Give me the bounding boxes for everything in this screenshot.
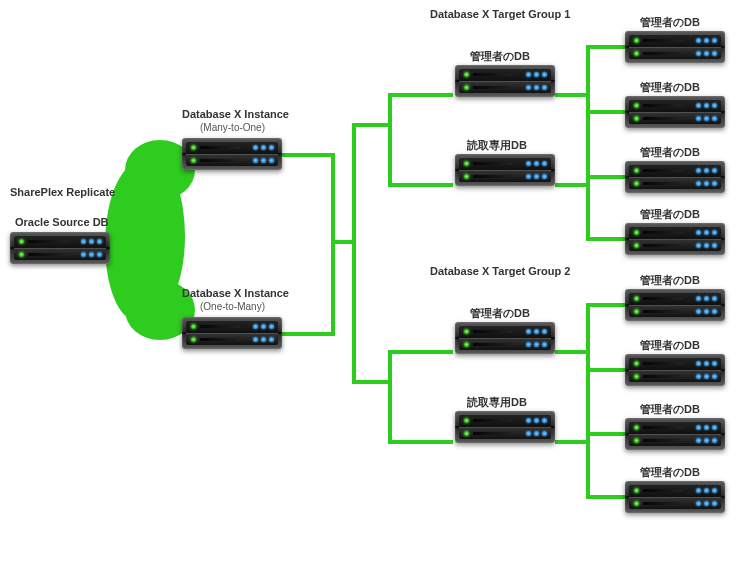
server-replica-3 — [625, 223, 725, 255]
connector — [555, 183, 590, 187]
connector — [555, 440, 590, 444]
server-replica-5 — [625, 354, 725, 386]
server-replica-6 — [625, 418, 725, 450]
label-replica-6: 管理者のDB — [640, 402, 700, 417]
connector — [352, 380, 392, 384]
connector — [280, 153, 335, 157]
label-replica-2: 管理者のDB — [640, 145, 700, 160]
label-dbx-1: Database X Instance — [182, 108, 289, 120]
server-replica-2 — [625, 161, 725, 193]
server-g2-readonly — [455, 411, 555, 443]
connector — [352, 123, 392, 127]
connector — [331, 153, 335, 336]
label-replica-3: 管理者のDB — [640, 207, 700, 222]
label-g1-admin: 管理者のDB — [470, 49, 530, 64]
connector — [586, 175, 626, 179]
connector — [388, 93, 453, 97]
sublabel-dbx-2: (One-to-Many) — [200, 301, 265, 312]
connector — [586, 45, 626, 49]
label-oracle-source: Oracle Source DB — [15, 216, 109, 228]
server-replica-0 — [625, 31, 725, 63]
server-replica-4 — [625, 289, 725, 321]
label-g2-readonly: 読取専用DB — [467, 395, 527, 410]
connector — [352, 123, 356, 383]
connector — [586, 110, 626, 114]
connector — [388, 350, 392, 443]
server-g1-readonly — [455, 154, 555, 186]
server-g2-admin — [455, 322, 555, 354]
server-oracle-source — [10, 232, 110, 264]
label-replica-5: 管理者のDB — [640, 338, 700, 353]
connector — [586, 495, 626, 499]
connector — [586, 432, 626, 436]
connector — [586, 368, 626, 372]
server-g1-admin — [455, 65, 555, 97]
connector — [280, 332, 335, 336]
label-replica-1: 管理者のDB — [640, 80, 700, 95]
connector — [555, 93, 590, 97]
connector — [388, 350, 453, 354]
heading-shareplex: SharePlex Replicate — [10, 186, 115, 198]
label-replica-4: 管理者のDB — [640, 273, 700, 288]
label-g1-readonly: 読取専用DB — [467, 138, 527, 153]
connector — [586, 237, 626, 241]
label-g2-admin: 管理者のDB — [470, 306, 530, 321]
connector — [388, 93, 392, 186]
sublabel-dbx-1: (Many-to-One) — [200, 122, 265, 133]
server-replica-1 — [625, 96, 725, 128]
label-dbx-2: Database X Instance — [182, 287, 289, 299]
connector — [586, 45, 590, 240]
server-dbx-1 — [182, 138, 282, 170]
connector — [586, 303, 626, 307]
heading-target-group-2: Database X Target Group 2 — [430, 265, 570, 277]
server-dbx-2 — [182, 317, 282, 349]
label-replica-0: 管理者のDB — [640, 15, 700, 30]
connector — [555, 350, 590, 354]
connector — [586, 303, 590, 498]
label-replica-7: 管理者のDB — [640, 465, 700, 480]
connector — [388, 440, 453, 444]
server-replica-7 — [625, 481, 725, 513]
connector — [388, 183, 453, 187]
heading-target-group-1: Database X Target Group 1 — [430, 8, 570, 20]
